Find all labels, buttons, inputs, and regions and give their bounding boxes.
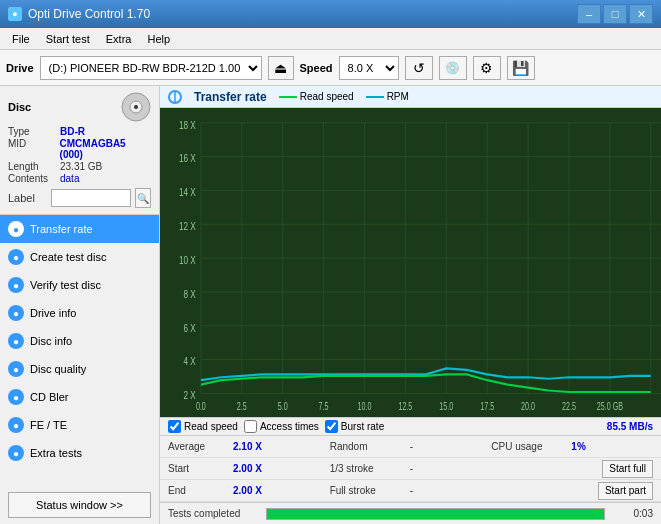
nav-item-disc-quality[interactable]: ●Disc quality	[0, 355, 159, 383]
nav-menu: ●Transfer rate●Create test disc●Verify t…	[0, 215, 159, 467]
nav-item-drive-info[interactable]: ●Drive info	[0, 299, 159, 327]
disc-type-row: Type BD-R	[8, 126, 151, 137]
svg-text:2.5: 2.5	[237, 400, 247, 412]
nav-item-create-test-disc[interactable]: ●Create test disc	[0, 243, 159, 271]
end-group: End 2.00 X	[168, 485, 330, 496]
title-bar: ● Opti Drive Control 1.70 – □ ✕	[0, 0, 661, 28]
svg-text:20.0: 20.0	[521, 400, 535, 412]
speed-select[interactable]: 8.0 X	[339, 56, 399, 80]
start-part-button[interactable]: Start part	[598, 482, 653, 500]
nav-icon-verify-test-disc: ●	[8, 277, 24, 293]
stats-rows: Average 2.10 X Random - CPU usage 1% Sta…	[160, 435, 661, 502]
disc-section-title: Disc	[8, 101, 31, 113]
menu-help[interactable]: Help	[139, 31, 178, 47]
read-speed-checkbox-label: Read speed	[184, 421, 238, 432]
end-value: 2.00 X	[233, 485, 283, 496]
nav-item-disc-info[interactable]: ●Disc info	[0, 327, 159, 355]
nav-icon-cd-bler: ●	[8, 389, 24, 405]
disc-icon	[121, 92, 151, 122]
drive-label: Drive	[6, 62, 34, 74]
legend-rpm-label: RPM	[387, 91, 409, 102]
minimize-button[interactable]: –	[577, 4, 601, 24]
right-panel: Transfer rate Read speed RPM	[160, 86, 661, 524]
nav-label-transfer-rate: Transfer rate	[30, 223, 93, 235]
access-times-checkbox-label: Access times	[260, 421, 319, 432]
svg-text:17.5: 17.5	[480, 400, 494, 412]
settings-button[interactable]: ⚙	[473, 56, 501, 80]
nav-item-transfer-rate[interactable]: ●Transfer rate	[0, 215, 159, 243]
svg-text:0.0: 0.0	[196, 400, 206, 412]
avg-value: 2.10 X	[233, 441, 283, 452]
nav-label-create-test-disc: Create test disc	[30, 251, 106, 263]
nav-item-verify-test-disc[interactable]: ●Verify test disc	[0, 271, 159, 299]
chart-svg: 18 X 16 X 14 X 12 X 10 X 8 X 6 X 4 X 2 X…	[160, 108, 661, 417]
menu-extra[interactable]: Extra	[98, 31, 140, 47]
chart-icon	[168, 90, 182, 104]
progress-bar-container	[266, 508, 605, 520]
legend-rpm-color	[366, 96, 384, 98]
svg-text:4 X: 4 X	[184, 355, 196, 368]
left-panel: Disc Type BD-R MID CMCMAGBA5 (000) Lengt…	[0, 86, 160, 524]
cpu-value: 1%	[571, 441, 611, 452]
disc-contents-row: Contents data	[8, 173, 151, 184]
start-full-button[interactable]: Start full	[602, 460, 653, 478]
burst-rate-checkbox[interactable]	[325, 420, 338, 433]
read-speed-checkbox[interactable]	[168, 420, 181, 433]
disc-length-row: Length 23.31 GB	[8, 161, 151, 172]
drive-select[interactable]: (D:) PIONEER BD-RW BDR-212D 1.00	[40, 56, 262, 80]
window-controls: – □ ✕	[577, 4, 653, 24]
nav-icon-drive-info: ●	[8, 305, 24, 321]
stats-row-start: Start 2.00 X 1/3 stroke - Start full	[160, 458, 661, 480]
nav-item-cd-bler[interactable]: ●CD Bler	[0, 383, 159, 411]
eject-button[interactable]: ⏏	[268, 56, 294, 80]
legend-read-speed-color	[279, 96, 297, 98]
stats-row-end: End 2.00 X Full stroke - Start part	[160, 480, 661, 502]
nav-item-extra-tests[interactable]: ●Extra tests	[0, 439, 159, 467]
nav-label-extra-tests: Extra tests	[30, 447, 82, 459]
svg-text:2 X: 2 X	[184, 389, 196, 402]
disc-section: Disc Type BD-R MID CMCMAGBA5 (000) Lengt…	[0, 86, 159, 215]
maximize-button[interactable]: □	[603, 4, 627, 24]
nav-label-disc-info: Disc info	[30, 335, 72, 347]
nav-label-drive-info: Drive info	[30, 307, 76, 319]
nav-label-cd-bler: CD Bler	[30, 391, 69, 403]
third-stroke-label: 1/3 stroke	[330, 463, 410, 474]
burst-rate-checkbox-item: Burst rate	[325, 420, 384, 433]
nav-icon-disc-quality: ●	[8, 361, 24, 377]
legend-read-speed-label: Read speed	[300, 91, 354, 102]
svg-text:10.0: 10.0	[358, 400, 372, 412]
speed-label: Speed	[300, 62, 333, 74]
save-button[interactable]: 💾	[507, 56, 535, 80]
chart-title: Transfer rate	[194, 90, 267, 104]
disc-button[interactable]: 💿	[439, 56, 467, 80]
label-input[interactable]	[51, 189, 131, 207]
cpu-label: CPU usage	[491, 441, 571, 452]
nav-item-fe-te[interactable]: ●FE / TE	[0, 411, 159, 439]
svg-text:10 X: 10 X	[179, 254, 196, 267]
nav-label-fe-te: FE / TE	[30, 419, 67, 431]
svg-text:5.0: 5.0	[278, 400, 288, 412]
mid-value: CMCMAGBA5 (000)	[60, 138, 151, 160]
random-value: -	[410, 441, 440, 452]
start-value: 2.00 X	[233, 463, 283, 474]
menu-file[interactable]: File	[4, 31, 38, 47]
close-button[interactable]: ✕	[629, 4, 653, 24]
svg-text:6 X: 6 X	[184, 321, 196, 334]
start-part-group: Start part	[491, 482, 653, 500]
label-search-button[interactable]: 🔍	[135, 188, 151, 208]
status-window-button[interactable]: Status window >>	[8, 492, 151, 518]
legend-read-speed: Read speed	[279, 91, 354, 102]
stats-bar: Read speed Access times Burst rate 85.5 …	[160, 417, 661, 435]
avg-group: Average 2.10 X	[168, 441, 330, 452]
access-times-checkbox[interactable]	[244, 420, 257, 433]
refresh-button[interactable]: ↺	[405, 56, 433, 80]
svg-text:8 X: 8 X	[184, 287, 196, 300]
menu-start-test[interactable]: Start test	[38, 31, 98, 47]
nav-icon-transfer-rate: ●	[8, 221, 24, 237]
svg-text:12.5: 12.5	[398, 400, 412, 412]
app-icon: ●	[8, 7, 22, 21]
contents-value[interactable]: data	[60, 173, 79, 184]
stats-row-average: Average 2.10 X Random - CPU usage 1%	[160, 436, 661, 458]
read-speed-checkbox-item: Read speed	[168, 420, 238, 433]
full-stroke-group: Full stroke -	[330, 485, 492, 496]
